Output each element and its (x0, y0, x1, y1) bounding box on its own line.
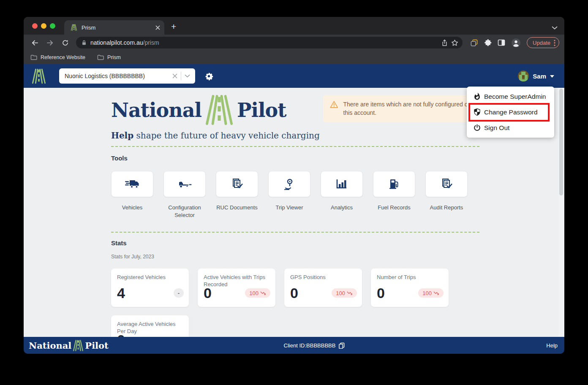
stat-title: Registered Vehicles (117, 274, 184, 281)
tool-card-audit-reports[interactable] (425, 171, 468, 197)
tagline-bold: Help (111, 130, 133, 141)
tool-card-ruc-documents[interactable] (216, 171, 258, 197)
prism-favicon-road-icon (70, 24, 78, 31)
menu-item-change-password[interactable]: Change Password (467, 104, 554, 120)
profile-icon[interactable] (511, 38, 521, 48)
tool-card-configuration-selector[interactable] (163, 171, 206, 197)
footer-logo-pilot: Pilot (85, 340, 108, 351)
bookmark-prism[interactable]: Prism (97, 54, 121, 60)
stat-badge: - (174, 288, 184, 298)
app-viewport: Nuonic Logistics (BBBBBBBB) Sam National (24, 64, 564, 354)
clear-selection-icon[interactable] (172, 73, 177, 79)
bookmarks-bar: Reference Website Prism (24, 51, 564, 64)
tools-row: Vehicles Configuration Selector RUC Docu… (111, 171, 468, 219)
tab-title: Prism (82, 24, 152, 31)
user-dropdown-menu: Become SuperAdmin Change Password Sign O… (467, 87, 554, 138)
truck-fast-icon (125, 179, 139, 189)
scrollbar-track (558, 88, 564, 337)
stats-subheading: Stats for July, 2023 (111, 254, 154, 260)
stat-value: 0 (204, 285, 212, 301)
bookmark-label: Prism (107, 54, 121, 60)
update-button[interactable]: Update (527, 37, 559, 48)
app-header: Nuonic Logistics (BBBBBBBB) Sam (24, 64, 564, 88)
stat-card-active-vehicles: Active Vehicles with Trips Recorded 0 10… (198, 268, 275, 307)
help-link[interactable]: Help (546, 342, 558, 349)
logo-word-national: National (111, 99, 201, 122)
stat-title: Number of Trips (377, 274, 444, 281)
user-caret-down-icon (550, 75, 554, 78)
section-divider (111, 232, 479, 233)
badge-value: - (178, 290, 180, 296)
tool-label: Fuel Records (378, 204, 410, 211)
tool-card-fuel-records[interactable] (373, 171, 415, 197)
bookmark-star-icon[interactable] (451, 39, 458, 46)
side-panel-icon[interactable] (498, 39, 505, 46)
tool-audit-reports: Audit Reports (425, 171, 468, 219)
tool-fuel-records: Fuel Records (373, 171, 415, 219)
power-icon (473, 124, 481, 132)
menu-item-sign-out[interactable]: Sign Out (467, 120, 554, 136)
national-pilot-logo: National Pilot (111, 95, 320, 125)
flame-icon (473, 92, 481, 100)
stat-card-gps-positions: GPS Positions 0 100 (284, 268, 362, 307)
warning-triangle-icon (330, 100, 338, 109)
shield-icon (473, 108, 481, 116)
tool-label: Trip Viewer (275, 204, 303, 211)
stat-badge: 100 (245, 288, 270, 298)
forward-button[interactable] (44, 37, 56, 49)
reload-button[interactable] (59, 37, 71, 49)
close-window-button[interactable] (32, 23, 38, 29)
stat-badge: 100 (332, 288, 357, 298)
tool-card-trip-viewer[interactable] (268, 171, 310, 197)
user-menu-trigger[interactable]: Sam (518, 70, 554, 81)
back-button[interactable] (29, 37, 41, 49)
lock-icon[interactable] (81, 40, 87, 46)
kebab-menu-icon[interactable] (554, 40, 555, 46)
client-selector[interactable]: Nuonic Logistics (BBBBBBBB) (59, 68, 195, 84)
trending-down-icon (260, 291, 266, 296)
app-footer: National Pilot Client ID:BBBBBBBB Help (24, 337, 564, 354)
folder-icon (97, 54, 104, 60)
truck-chassis-icon (177, 179, 192, 189)
browser-toolbar: nationalpilot.com.au/prism Update (24, 35, 564, 51)
extensions-puzzle-icon[interactable] (484, 39, 492, 46)
config-warning-alert: There are items which are not fully conf… (323, 95, 488, 122)
scrollbar-thumb[interactable] (559, 89, 563, 195)
stats-heading: Stats (111, 239, 127, 247)
fullscreen-window-button[interactable] (50, 23, 55, 29)
stat-value: 0 (290, 285, 298, 301)
tool-label: Audit Reports (430, 204, 463, 211)
stat-value: 0 (377, 285, 385, 301)
minimize-window-button[interactable] (41, 23, 46, 29)
tab-prism[interactable]: Prism (64, 20, 164, 35)
user-avatar (518, 70, 529, 81)
bookmark-reference-website[interactable]: Reference Website (30, 54, 85, 60)
tool-analytics: Analytics (321, 171, 363, 219)
copy-icon[interactable] (338, 342, 345, 349)
bookmark-label: Reference Website (41, 54, 85, 60)
tab-close-icon[interactable] (155, 25, 160, 30)
tab-switcher-icon[interactable] (470, 39, 478, 47)
url-bar[interactable]: nationalpilot.com.au/prism (76, 37, 463, 49)
settings-gear-icon[interactable] (204, 72, 213, 81)
stat-value: 0 (117, 331, 125, 337)
tab-list-chevron-icon[interactable] (552, 24, 558, 31)
chevron-down-icon[interactable] (185, 74, 190, 78)
menu-item-label: Become SuperAdmin (484, 93, 546, 100)
stat-badge: 100 (418, 288, 444, 298)
tool-card-vehicles[interactable] (111, 171, 153, 197)
badge-value: 100 (336, 290, 345, 296)
client-selector-value: Nuonic Logistics (BBBBBBBB) (65, 73, 169, 79)
tool-card-analytics[interactable] (321, 171, 363, 197)
document-check-icon (440, 178, 453, 190)
tools-heading: Tools (111, 155, 128, 162)
user-name: Sam (533, 73, 546, 80)
menu-item-become-superadmin[interactable]: Become SuperAdmin (467, 89, 554, 104)
tool-label: Configuration Selector (163, 204, 206, 219)
menu-item-label: Sign Out (484, 124, 509, 132)
new-tab-button[interactable]: + (171, 21, 176, 33)
window-controls (32, 23, 55, 29)
fuel-pump-icon (389, 178, 400, 190)
document-check-icon (230, 178, 244, 190)
share-icon[interactable] (441, 39, 448, 46)
